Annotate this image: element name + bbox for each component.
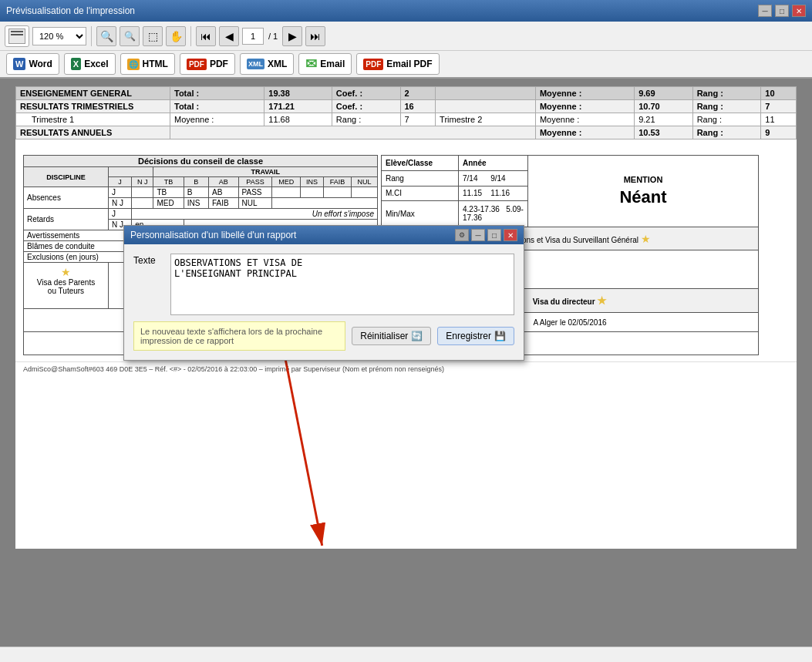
abs-b: B xyxy=(184,187,208,198)
excel-label: Excel xyxy=(84,59,108,69)
abs-nul-empty xyxy=(351,187,377,198)
ens-rang-label: Rang : xyxy=(692,87,761,100)
abs-tb: TB xyxy=(153,187,184,198)
xml-export-button[interactable]: XML XML xyxy=(240,53,294,75)
trim-moy-label: Moyenne : xyxy=(535,100,634,113)
separator-2 xyxy=(190,26,191,46)
star-surveillant: ★ xyxy=(641,233,651,245)
save-icon: 💾 xyxy=(494,331,506,341)
mci-vals: 11.15 11.16 xyxy=(459,186,528,201)
pdf-export-button[interactable]: PDF PDF xyxy=(180,53,235,75)
zoom-out-button[interactable]: 🔍 xyxy=(120,26,140,46)
trim-total-val: 171.21 xyxy=(264,100,332,113)
trim-total-label: Total : xyxy=(170,100,264,113)
print-page: ENSEIGNEMENT GENERAL Total : 19.38 Coef.… xyxy=(15,86,797,549)
annuels-moy-val: 10.53 xyxy=(635,126,693,139)
email-pdf-label: Email PDF xyxy=(386,59,432,69)
trim1-rang-val: 7 xyxy=(400,113,436,126)
trim-empty xyxy=(436,100,536,113)
preview-toggle-button[interactable] xyxy=(5,25,29,47)
modal-minimize-button[interactable]: ─ xyxy=(471,229,485,241)
maximize-button[interactable]: □ xyxy=(775,5,789,17)
enregistrer-button[interactable]: Enregistrer 💾 xyxy=(437,327,514,345)
table-row: ENSEIGNEMENT GENERAL Total : 19.38 Coef.… xyxy=(16,87,797,100)
modal-body: Texte OBSERVATIONS ET VISA DE L'ENSEIGNA… xyxy=(124,244,524,360)
email-pdf-export-button[interactable]: PDF Email PDF xyxy=(356,53,439,75)
trim-moy-val: 10.70 xyxy=(635,100,693,113)
modal-texte-label: Texte xyxy=(133,254,164,266)
modal-maximize-button[interactable]: □ xyxy=(487,229,501,241)
zoom-in-button[interactable]: 🔍 xyxy=(96,26,116,46)
last-page-button[interactable]: ⏭ xyxy=(305,26,325,46)
abs-faib: FAIB xyxy=(208,198,238,209)
ret-j: J xyxy=(109,209,132,220)
annee-header: Année xyxy=(459,156,528,171)
select-button[interactable]: ⬚ xyxy=(143,26,163,46)
ins-header: INS xyxy=(300,177,323,187)
annuels-label: RESULTATS ANNUELS xyxy=(16,126,170,139)
main-preview-area: ENSEIGNEMENT GENERAL Total : 19.38 Coef.… xyxy=(0,79,812,647)
ens-moy-label: Moyenne : xyxy=(535,87,634,100)
page-input[interactable] xyxy=(242,28,264,45)
annuels-empty xyxy=(170,126,536,139)
word-export-button[interactable]: W Word xyxy=(6,53,59,75)
abs-med-empty xyxy=(272,187,300,198)
abs-extra xyxy=(272,198,378,209)
nul-header: NUL xyxy=(351,177,377,187)
b-header: B xyxy=(184,177,208,187)
ens-rang-val: 10 xyxy=(761,87,797,100)
reinitialiser-icon: 🔄 xyxy=(411,331,423,341)
separator-1 xyxy=(91,26,92,46)
trim2-label: Trimestre 2 xyxy=(436,113,536,126)
page-footer: AdmiSco@ShamSoft#603 469 D0E 3E5 – Réf. … xyxy=(15,361,797,376)
abs-nj: N J xyxy=(109,198,132,209)
xml-icon: XML xyxy=(247,59,264,69)
prev-page-button[interactable]: ◀ xyxy=(219,26,239,46)
reinitialiser-button[interactable]: Réinitialiser 🔄 xyxy=(352,327,431,345)
ens-moy-val: 9.69 xyxy=(635,87,693,100)
ens-total-val: 19.38 xyxy=(264,87,332,100)
modal-settings-button[interactable]: ⚙ xyxy=(455,229,469,241)
abs-pass: PASS xyxy=(238,187,272,198)
med-header: MED xyxy=(272,177,300,187)
table-row: Retards J Un effort s'impose xyxy=(24,209,378,220)
modal-actions: Le nouveau texte s'affichera lors de la … xyxy=(133,321,514,351)
table-row: RESULTATS TRIMESTRIELS Total : 171.21 Co… xyxy=(16,100,797,113)
trim1-moy-val: 11.68 xyxy=(264,113,332,126)
trim-coef-label: Coef. : xyxy=(332,100,400,113)
annuels-rang-label: Rang : xyxy=(692,126,761,139)
first-page-button[interactable]: ⏮ xyxy=(196,26,216,46)
trim1-rang-label: Rang : xyxy=(332,113,400,126)
eleve-classe-header: Elève/Classe xyxy=(382,156,459,171)
star-visa-parents: ★ xyxy=(61,266,71,278)
html-export-button[interactable]: 🌐 HTML xyxy=(120,53,175,75)
pan-button[interactable]: ✋ xyxy=(166,26,186,46)
minimize-button[interactable]: ─ xyxy=(758,5,772,17)
abs-ab: AB xyxy=(208,187,238,198)
excel-export-button[interactable]: X Excel xyxy=(64,53,116,75)
modal-field-row: Texte OBSERVATIONS ET VISA DE L'ENSEIGNA… xyxy=(133,254,514,315)
html-icon: 🌐 xyxy=(127,59,140,70)
absences-label: Absences xyxy=(24,187,109,209)
trim2-moy-label: Moyenne : xyxy=(535,113,634,126)
pass-header: PASS xyxy=(238,177,272,187)
trim-label: RESULTATS TRIMESTRIELS xyxy=(16,100,170,113)
visa-parents-cell: ★ Visa des Parentsou Tuteurs xyxy=(24,263,109,309)
modal-hint: Le nouveau texte s'affichera lors de la … xyxy=(133,321,345,351)
abs-nul: NUL xyxy=(238,198,272,209)
visa-parents-label: Visa des Parentsou Tuteurs xyxy=(37,278,95,295)
modal-close-button[interactable]: ✕ xyxy=(504,229,517,241)
modal-text-input[interactable]: OBSERVATIONS ET VISA DE L'ENSEIGNANT PRI… xyxy=(170,254,514,315)
zoom-select[interactable]: 120 % xyxy=(32,27,86,45)
abs-j-val xyxy=(132,187,153,198)
date-alger-text: A Alger le 02/05/2016 xyxy=(533,318,606,327)
faib-header: FAIB xyxy=(324,177,352,187)
footer-text: AdmiSco@ShamSoft#603 469 D0E 3E5 – Réf. … xyxy=(23,365,444,373)
close-button[interactable]: ✕ xyxy=(792,5,806,17)
table-row: Absences J TB B AB PASS xyxy=(24,187,378,198)
next-page-button[interactable]: ▶ xyxy=(282,26,302,46)
ens-coef-label: Coef. : xyxy=(332,87,400,100)
annuels-rang-val: 9 xyxy=(761,126,797,139)
email-export-button[interactable]: ✉ Email xyxy=(298,53,352,75)
trim1-moy-label: Moyenne : xyxy=(170,113,264,126)
